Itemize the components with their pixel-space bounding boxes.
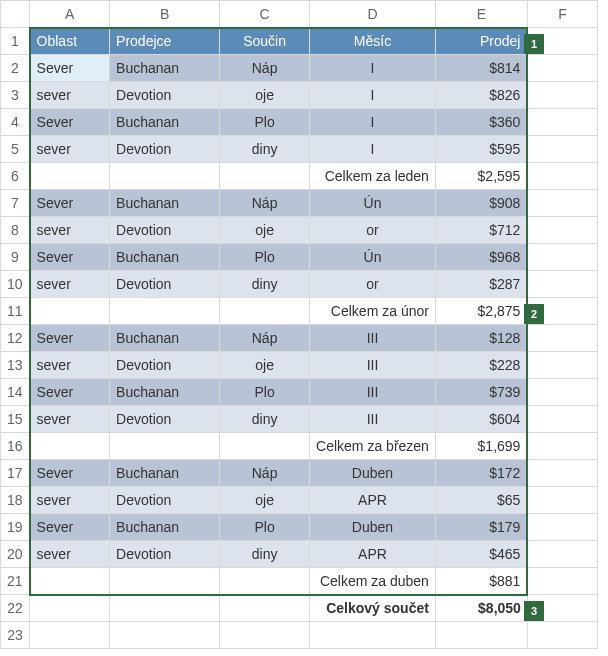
cell[interactable]: Devotion xyxy=(110,217,220,244)
row-header[interactable]: 3 xyxy=(1,82,30,109)
row-header[interactable]: 17 xyxy=(1,460,30,487)
cell[interactable]: Buchanan xyxy=(110,55,220,82)
cell[interactable] xyxy=(527,136,597,163)
cell[interactable]: I xyxy=(310,136,436,163)
cell[interactable]: $287 xyxy=(435,271,527,298)
cell[interactable]: sever xyxy=(30,271,110,298)
subtotal-label[interactable]: Celkem za únor xyxy=(310,298,436,325)
cell[interactable]: sever xyxy=(30,136,110,163)
cell[interactable]: III xyxy=(310,325,436,352)
cell[interactable] xyxy=(110,622,220,649)
cell[interactable]: Duben xyxy=(310,514,436,541)
row-header[interactable]: 23 xyxy=(1,622,30,649)
cell[interactable]: sever xyxy=(30,352,110,379)
cell[interactable] xyxy=(527,487,597,514)
cell[interactable]: Náp xyxy=(220,55,310,82)
row-header[interactable]: 7 xyxy=(1,190,30,217)
cell[interactable]: oje xyxy=(220,487,310,514)
cell[interactable] xyxy=(527,379,597,406)
cell[interactable]: $65 xyxy=(435,487,527,514)
cell[interactable]: Buchanan xyxy=(110,514,220,541)
cell[interactable]: Ún xyxy=(310,190,436,217)
cell[interactable]: diny xyxy=(220,541,310,568)
cell[interactable]: Plo xyxy=(220,109,310,136)
cell[interactable]: III xyxy=(310,352,436,379)
cell[interactable]: III xyxy=(310,379,436,406)
row-header[interactable]: 5 xyxy=(1,136,30,163)
row-header[interactable]: 10 xyxy=(1,271,30,298)
cell[interactable]: $739 xyxy=(435,379,527,406)
cell[interactable]: $908 xyxy=(435,190,527,217)
cell[interactable]: $712 xyxy=(435,217,527,244)
cell[interactable] xyxy=(527,217,597,244)
cell[interactable]: oje xyxy=(220,352,310,379)
cell[interactable]: $604 xyxy=(435,406,527,433)
cell[interactable] xyxy=(310,622,436,649)
cell[interactable] xyxy=(30,568,110,595)
cell[interactable] xyxy=(220,433,310,460)
cell[interactable]: sever xyxy=(30,406,110,433)
cell[interactable]: Plo xyxy=(220,379,310,406)
row-header[interactable]: 14 xyxy=(1,379,30,406)
cell[interactable]: $179 xyxy=(435,514,527,541)
row-header[interactable]: 16 xyxy=(1,433,30,460)
cell[interactable]: Devotion xyxy=(110,82,220,109)
subtotal-label[interactable]: Celkem za březen xyxy=(310,433,436,460)
cell[interactable]: Náp xyxy=(220,460,310,487)
cell[interactable]: Buchanan xyxy=(110,109,220,136)
row-header[interactable]: 2 xyxy=(1,55,30,82)
col-header[interactable]: E xyxy=(435,1,527,28)
cell[interactable]: Devotion xyxy=(110,541,220,568)
cell[interactable]: Sever xyxy=(30,514,110,541)
cell[interactable]: oje xyxy=(220,82,310,109)
row-header[interactable]: 1 xyxy=(1,28,30,55)
cell[interactable]: Devotion xyxy=(110,406,220,433)
cell[interactable] xyxy=(527,163,597,190)
cell[interactable]: I xyxy=(310,82,436,109)
cell[interactable]: Buchanan xyxy=(110,460,220,487)
row-header[interactable]: 4 xyxy=(1,109,30,136)
cell[interactable] xyxy=(527,460,597,487)
cell[interactable]: Náp xyxy=(220,325,310,352)
cell[interactable]: APR xyxy=(310,541,436,568)
cell[interactable] xyxy=(527,244,597,271)
cell[interactable]: Buchanan xyxy=(110,379,220,406)
col-header[interactable]: B xyxy=(110,1,220,28)
cell[interactable]: I xyxy=(310,109,436,136)
cell[interactable]: Plo xyxy=(220,514,310,541)
cell[interactable]: $360 xyxy=(435,109,527,136)
cell[interactable]: Buchanan xyxy=(110,190,220,217)
col-header[interactable]: F xyxy=(527,1,597,28)
cell[interactable] xyxy=(220,298,310,325)
cell[interactable]: APR xyxy=(310,487,436,514)
subtotal-value[interactable]: $2,595 xyxy=(435,163,527,190)
header-cell[interactable]: Měsíc xyxy=(310,28,436,55)
cell[interactable]: sever xyxy=(30,541,110,568)
cell[interactable]: oje xyxy=(220,217,310,244)
header-cell[interactable]: Prodej xyxy=(435,28,527,55)
col-header[interactable]: A xyxy=(30,1,110,28)
cell[interactable]: sever xyxy=(30,217,110,244)
cell[interactable]: $595 xyxy=(435,136,527,163)
cell[interactable]: Devotion xyxy=(110,271,220,298)
header-cell[interactable]: Prodejce xyxy=(110,28,220,55)
cell[interactable] xyxy=(30,433,110,460)
cell[interactable] xyxy=(110,595,220,622)
cell[interactable] xyxy=(30,595,110,622)
cell[interactable] xyxy=(527,541,597,568)
cell[interactable]: sever xyxy=(30,82,110,109)
row-header[interactable]: 13 xyxy=(1,352,30,379)
cell[interactable]: Sever xyxy=(30,190,110,217)
subtotal-value[interactable]: $881 xyxy=(435,568,527,595)
cell[interactable]: Sever xyxy=(30,460,110,487)
cell[interactable]: diny xyxy=(220,406,310,433)
cell[interactable] xyxy=(527,622,597,649)
col-header[interactable]: C xyxy=(220,1,310,28)
row-header[interactable]: 15 xyxy=(1,406,30,433)
cell[interactable] xyxy=(30,622,110,649)
row-header[interactable]: 21 xyxy=(1,568,30,595)
subtotal-label[interactable]: Celkem za leden xyxy=(310,163,436,190)
cell[interactable]: Devotion xyxy=(110,487,220,514)
cell[interactable]: $968 xyxy=(435,244,527,271)
cell[interactable]: diny xyxy=(220,136,310,163)
